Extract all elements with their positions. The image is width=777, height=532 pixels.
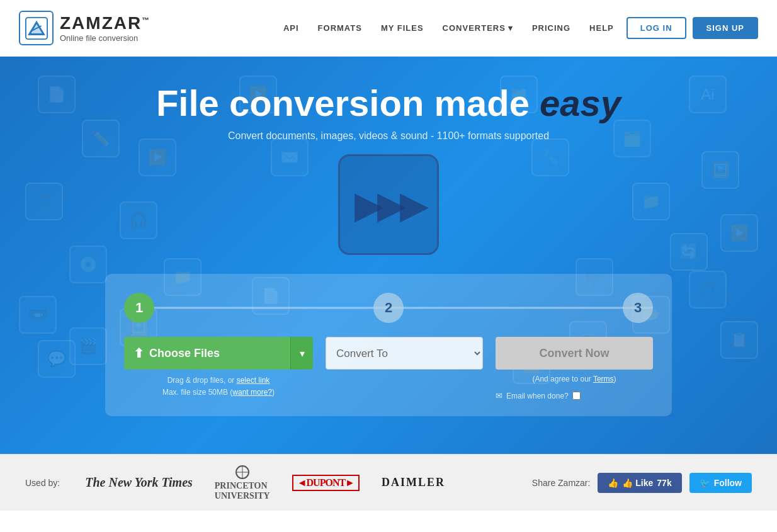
bg-icon-play3: ▶️ bbox=[720, 214, 758, 252]
bg-icon-wrench: 🔧 bbox=[531, 139, 569, 176]
nav-formats[interactable]: FORMATS bbox=[318, 23, 362, 33]
follow-button[interactable]: 🐦 Follow bbox=[689, 473, 752, 493]
email-row: ✉ Email when done? bbox=[496, 391, 653, 400]
share-area: Share Zamzar: 👍 👍 Like 77k 🐦 Follow bbox=[532, 473, 752, 493]
like-label: 👍 Like bbox=[622, 478, 653, 488]
bg-icon-photo1: 🖼️ bbox=[701, 151, 739, 189]
hero-title-easy: easy bbox=[540, 82, 621, 123]
bg-icon-play1: ▶️ bbox=[139, 139, 176, 176]
drag-drop-hint: Drag & drop files, or select link Max. f… bbox=[124, 375, 313, 399]
hero-title-mid: made bbox=[424, 82, 540, 123]
conversion-widget: 1 2 3 ⬆ Choose Files ▾ Drag & drop files bbox=[105, 274, 672, 416]
nav-pricing[interactable]: PRICING bbox=[532, 23, 570, 33]
bg-icon-music2: 🎵 bbox=[689, 271, 727, 308]
login-button[interactable]: LOG IN bbox=[627, 17, 686, 39]
footer-bar: Used by: The New York Times PRINCETONUNI… bbox=[0, 454, 777, 511]
convert-now-group: Convert Now (And agree to our Terms) ✉ E… bbox=[496, 337, 653, 400]
select-link[interactable]: select link bbox=[237, 376, 270, 385]
like-count: 77k bbox=[657, 478, 671, 488]
choose-files-button[interactable]: ⬆ Choose Files ▾ bbox=[124, 337, 313, 370]
thumbs-up-icon: 👍 bbox=[608, 478, 618, 488]
share-label: Share Zamzar: bbox=[532, 478, 591, 488]
want-more-link[interactable]: want more? bbox=[232, 388, 272, 397]
bg-icon-envelope: ✉️ bbox=[271, 139, 309, 176]
hero-center-icon: ▶▶▶ bbox=[338, 154, 439, 255]
choose-files-group: ⬆ Choose Files ▾ Drag & drop files, or s… bbox=[124, 337, 313, 399]
chevron-down-icon: ▾ bbox=[508, 23, 513, 33]
nav-api[interactable]: API bbox=[283, 23, 299, 33]
bg-icon-file1: 📁 bbox=[632, 183, 670, 220]
brand-dupont: ◄DUPONT► bbox=[292, 475, 360, 491]
hero-title-start: File bbox=[156, 82, 229, 123]
choose-files-dropdown-button[interactable]: ▾ bbox=[290, 337, 313, 370]
bg-icon-cassette: 📼 bbox=[19, 296, 57, 334]
step-3: 3 bbox=[623, 293, 653, 323]
bg-icon-copy: 📋 bbox=[720, 321, 758, 359]
step-1: 1 bbox=[124, 293, 154, 323]
terms-link[interactable]: Terms bbox=[593, 375, 614, 383]
brand-princeton: PRINCETONUNIVERSITY bbox=[215, 465, 270, 501]
twitter-icon: 🐦 bbox=[700, 478, 710, 488]
brand-daimler: DAIMLER bbox=[382, 476, 445, 489]
email-label: Email when done? bbox=[506, 392, 569, 400]
choose-files-main-button[interactable]: ⬆ Choose Files bbox=[124, 337, 290, 370]
nav-help[interactable]: HELP bbox=[589, 23, 614, 33]
bg-icon-chat: 💬 bbox=[38, 340, 76, 378]
agree-text: (And agree to our Terms) bbox=[496, 375, 653, 383]
play-arrows-icon: ▶▶▶ bbox=[354, 183, 423, 227]
hero-subtitle: Convert documents, images, videos & soun… bbox=[13, 130, 764, 142]
bg-icon-music1: 🎵 bbox=[25, 183, 63, 220]
nav-buttons: LOG IN SIGN UP bbox=[627, 17, 758, 39]
used-by-label: Used by: bbox=[25, 478, 60, 488]
choose-files-label: Choose Files bbox=[149, 347, 220, 360]
logo-trademark: ™ bbox=[142, 16, 150, 25]
drag-drop-text: Drag & drop files, or bbox=[167, 376, 237, 385]
email-checkbox[interactable] bbox=[572, 392, 581, 400]
nav-converters[interactable]: CONVERTERS ▾ bbox=[443, 23, 513, 33]
hero-title-highlight: conversion bbox=[229, 82, 424, 123]
steps-row: 1 2 3 bbox=[124, 293, 653, 323]
like-button[interactable]: 👍 👍 Like 77k bbox=[598, 473, 681, 493]
logo-name-text: ZAMZAR bbox=[60, 13, 142, 33]
logo-name: ZAMZAR™ bbox=[60, 13, 150, 33]
convert-now-button[interactable]: Convert Now bbox=[496, 337, 653, 370]
signup-button[interactable]: SIGN UP bbox=[693, 17, 758, 39]
logo-icon bbox=[19, 11, 54, 45]
want-more-close: ) bbox=[272, 388, 275, 397]
upload-icon: ⬆ bbox=[133, 346, 144, 361]
convert-to-group: Convert To bbox=[326, 337, 483, 370]
brand-logos: The New York Times PRINCETONUNIVERSITY ◄… bbox=[85, 465, 507, 501]
chevron-down-icon: ▾ bbox=[300, 348, 305, 359]
convert-to-select[interactable]: Convert To bbox=[326, 337, 483, 370]
max-file-text: Max. file size 50MB ( bbox=[162, 388, 232, 397]
bg-icon-mp3: 🎧 bbox=[120, 201, 157, 239]
conversion-animation-box: ▶▶▶ bbox=[338, 154, 439, 255]
follow-label: Follow bbox=[714, 478, 742, 488]
brand-new-york-times: The New York Times bbox=[85, 475, 193, 490]
nav-my-files[interactable]: MY FILES bbox=[381, 23, 424, 33]
bg-icon-cd: 💿 bbox=[69, 246, 107, 283]
hero-title: File conversion made easy bbox=[13, 82, 764, 124]
controls-row: ⬆ Choose Files ▾ Drag & drop files, or s… bbox=[124, 337, 653, 400]
logo-area: ZAMZAR™ Online file conversion bbox=[19, 11, 150, 45]
main-nav: API FORMATS MY FILES CONVERTERS ▾ PRICIN… bbox=[283, 23, 614, 33]
agree-start: (And agree to our bbox=[532, 375, 593, 383]
bg-icon-reload: 🔄 bbox=[670, 233, 708, 271]
bg-icon-video1: 🎬 bbox=[69, 327, 107, 365]
email-icon: ✉ bbox=[496, 391, 502, 400]
step-2: 2 bbox=[373, 293, 404, 323]
logo-text: ZAMZAR™ Online file conversion bbox=[60, 13, 150, 43]
header: ZAMZAR™ Online file conversion API FORMA… bbox=[0, 0, 777, 57]
logo-subtitle: Online file conversion bbox=[60, 33, 150, 43]
nav-converters-label: CONVERTERS bbox=[443, 23, 506, 33]
agree-close: ) bbox=[614, 375, 616, 383]
hero-section: 📄 ✏️ 🎵 💿 📼 🎬 ▶️ 🎧 📁 🖼️ ▶️ ✉️ 📄 Ai 🖼️ ▶️ … bbox=[0, 57, 777, 454]
